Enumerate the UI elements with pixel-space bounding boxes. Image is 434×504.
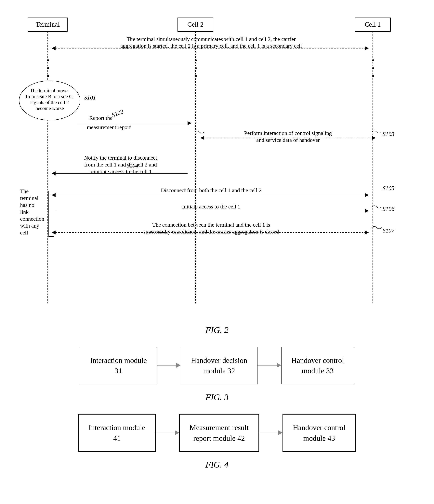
s103-arrowhead-left [200, 136, 204, 140]
step-s105: S105 [383, 185, 394, 191]
step-s102: S102 [111, 108, 124, 118]
participant-cell2: Cell 2 [187, 21, 203, 28]
bracket-terminal [49, 191, 54, 236]
fig2-diagram: Terminal Cell 2 Cell 1 The terminal simu… [16, 12, 418, 319]
side-note-line7: cell [20, 230, 28, 236]
s105-text: Disconnect from both the cell 1 and the … [161, 187, 262, 193]
fig4-arrow1-head [175, 430, 179, 436]
fig3-arrow1-head [176, 363, 181, 369]
s102-label-line2: measurement report [87, 124, 131, 130]
fig3-arrow2-line [257, 366, 277, 366]
s107-arrowhead-right [365, 231, 369, 234]
fig4-diagram: Interaction module 41 Measurement result… [40, 414, 394, 452]
fig3-arrow1 [157, 363, 181, 369]
dot-cell2-1: • [194, 56, 197, 65]
side-note-line6: with any [20, 223, 39, 229]
wavy-cell2-s103 [194, 131, 204, 133]
step-s103: S103 [383, 131, 394, 137]
callout-line3: signals of the cell 2 [30, 100, 69, 105]
fig4-caption: FIG. 4 [16, 460, 418, 470]
s107-text-line1: The connection between the terminal and … [152, 222, 270, 228]
step-s101: S101 [84, 94, 96, 101]
s104-text-line1: Notify the terminal to disconnect [84, 155, 157, 161]
step-s106: S106 [383, 206, 394, 212]
fig3-arrow2-head [277, 363, 281, 369]
fig4-arrow1 [156, 430, 179, 436]
fig3-module33: Handover control module 33 [281, 347, 354, 384]
fig4-module42: Measurement result report module 42 [179, 414, 259, 452]
fig3-arrow2 [257, 363, 281, 369]
dot-terminal-2: • [47, 64, 49, 73]
fig3-caption: FIG. 3 [16, 392, 418, 402]
dot-cell1-2: • [372, 64, 374, 73]
fig4-arrow1-line [156, 433, 175, 433]
s103-text-line1: Perform interaction of control signaling [244, 130, 332, 136]
wavy-cell1-s106 [372, 206, 382, 208]
fig2-caption: FIG. 2 [16, 325, 418, 335]
fig4-module43: Handover control module 43 [282, 414, 356, 452]
callout-line1: The terminal moves [30, 88, 69, 93]
dot-cell2-3: • [194, 72, 197, 81]
side-note-line3: has no [20, 202, 34, 208]
s104-arrowhead [52, 171, 55, 175]
s106-text: Initiate access to the cell 1 [182, 204, 240, 210]
side-note-line2: terminal [20, 195, 39, 201]
fig4-arrow2 [259, 430, 282, 436]
side-note-line1: The [20, 188, 29, 194]
s105-arrowhead-left [52, 193, 55, 197]
s104-text-line2: from the cell 1 and the cell 2 and [84, 162, 157, 168]
side-note-line5: connection [20, 216, 44, 222]
step-s107: S107 [383, 227, 395, 234]
fig3-arrow1-line [157, 366, 176, 366]
s104-text-line3: reinitiate access to the cell 1 [89, 169, 152, 175]
side-note-line4: link [20, 209, 29, 215]
wavy-cell1-s103 [372, 131, 382, 133]
intro-text-line2: aggregation is started, the cell 2 is a … [120, 43, 302, 49]
dot-cell1-1: • [372, 56, 374, 65]
fig4-module41: Interaction module 41 [78, 414, 156, 452]
dot-terminal-1: • [47, 56, 49, 65]
fig3-module31: Interaction module 31 [80, 347, 157, 384]
s103-arrowhead-right [372, 136, 376, 140]
fig4-arrow2-head [278, 430, 282, 436]
callout-line4: become worse [36, 106, 64, 111]
dot-terminal-3: • [47, 72, 49, 81]
dot-cell2-2: • [194, 64, 197, 73]
s103-text-line2: and service data of handover [256, 137, 320, 143]
s107-text-line2: successfully established, and the carrie… [144, 229, 279, 235]
dot-cell1-3: • [372, 72, 374, 81]
fig4-arrow2-line [259, 433, 278, 433]
callout-line2: from a site B to a site C, [26, 94, 73, 99]
s106-arrowhead [365, 209, 369, 213]
participant-terminal: Terminal [36, 21, 60, 28]
intro-arrowhead-left [52, 46, 55, 50]
fig3-diagram: Interaction module 31 Handover decision … [40, 347, 394, 384]
participant-cell1: Cell 1 [364, 21, 381, 28]
s102-label-line1: Report the [89, 115, 112, 121]
s105-arrowhead-right [365, 193, 369, 197]
intro-arrowhead-right [365, 46, 369, 50]
s107-arrowhead-left [52, 231, 55, 234]
intro-text-line1: The terminal simultaneously communicates… [127, 36, 296, 42]
wavy-cell1-s107 [372, 226, 382, 229]
s102-arrowhead [188, 121, 191, 125]
fig3-module32: Handover decision module 32 [181, 347, 257, 384]
